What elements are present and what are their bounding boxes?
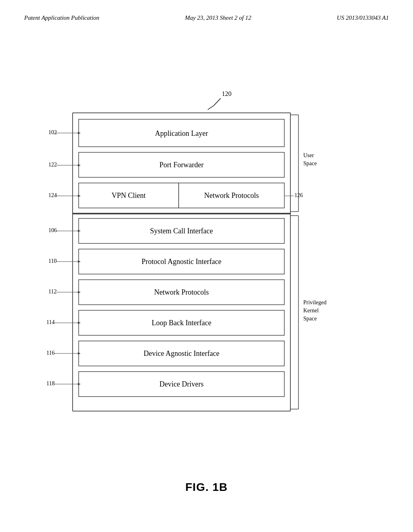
layer-protocol-agnostic-label: Protocol Agnostic Interface [142, 258, 221, 266]
ref-120-arrow [208, 98, 221, 110]
ref-122: 122 [48, 162, 57, 168]
layer-network-protocols-user-label: Network Protocols [204, 191, 259, 200]
kernel-space-label1: Privileged [303, 299, 327, 305]
user-space-label: User [303, 152, 314, 158]
ref-112: 112 [48, 289, 56, 295]
layer-loopback-label: Loop Back Interface [152, 319, 211, 327]
layer-vpn-client-label: VPN Client [112, 191, 146, 200]
layer-port-forwarder-label: Port Forwarder [159, 161, 203, 169]
ref-110: 110 [48, 258, 56, 264]
ref-124: 124 [48, 192, 57, 198]
layer-application-label: Application Layer [155, 129, 208, 137]
diagram-svg: 120 Application Layer 102 Port Forwarder… [24, 81, 375, 443]
layer-syscall-label: System Call Interface [150, 227, 213, 235]
layer-network-protocols-kernel-label: Network Protocols [154, 288, 209, 296]
header-left: Patent Application Publication [24, 15, 99, 21]
ref-118: 118 [46, 380, 54, 387]
ref-106: 106 [48, 227, 57, 233]
ref-120-label: 120 [222, 90, 232, 97]
header-right: US 2013/0133043 A1 [337, 15, 389, 21]
kernel-space-label3: Space [303, 316, 317, 322]
ref-114: 114 [46, 319, 54, 325]
fig-caption: FIG. 1B [185, 481, 227, 494]
layer-device-agnostic-label: Device Agnostic Interface [144, 349, 219, 357]
ref-102: 102 [48, 129, 57, 135]
user-space-label2: Space [303, 160, 317, 166]
layer-device-drivers-label: Device Drivers [159, 380, 203, 388]
header: Patent Application Publication May 23, 2… [0, 0, 413, 21]
kernel-space-label2: Kernel [303, 308, 319, 314]
header-center: May 23, 2013 Sheet 2 of 12 [185, 15, 251, 21]
ref-116: 116 [46, 350, 54, 356]
page: Patent Application Publication May 23, 2… [0, 0, 413, 532]
